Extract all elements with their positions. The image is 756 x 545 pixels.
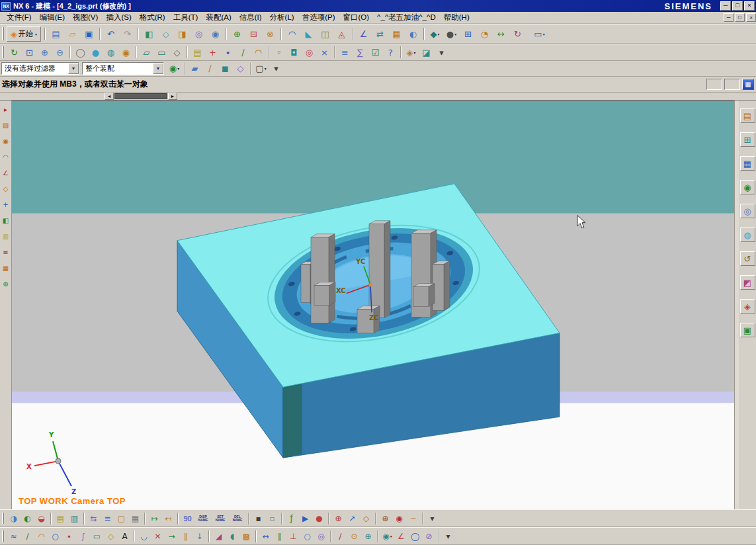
snap-mid-icon[interactable]: ◘ (287, 46, 301, 60)
unlock-icon[interactable]: ▫ (266, 512, 278, 524)
child-minimize-button[interactable]: ─ (724, 13, 734, 22)
select-tool-icon[interactable]: ▸ (1, 105, 11, 114)
graphics-canvas[interactable]: XC YC ZC X Y Z (12, 101, 734, 509)
wcs-mini-icon[interactable]: ⊕ (1, 279, 11, 289)
bolt-icon[interactable]: ◉ (393, 512, 405, 524)
minimize-button[interactable]: ─ (720, 1, 731, 11)
post-front[interactable] (301, 265, 310, 303)
macro-play-icon[interactable]: ▶ (299, 512, 312, 524)
layer-settings-icon[interactable]: ▤ (54, 512, 67, 524)
edge-blend-icon[interactable]: ◠ (284, 26, 300, 42)
clip-section-icon[interactable]: ◪ (419, 46, 433, 60)
shaded-edges-icon[interactable]: ◍ (104, 46, 118, 60)
trim-curve-icon[interactable]: ✕ (151, 530, 164, 542)
pan-icon[interactable]: ↔ (493, 26, 509, 42)
object-info-icon[interactable]: ≡ (338, 46, 352, 60)
snap-end-icon[interactable]: ◦ (272, 46, 286, 60)
part-navigator-icon[interactable]: ▦ (740, 156, 755, 171)
dimension-mini-icon[interactable]: ∠ (1, 168, 11, 178)
undo-icon[interactable]: ↶ (103, 26, 118, 42)
front-view-icon[interactable]: ▱ (140, 46, 153, 60)
measure-icon[interactable]: ∠ (356, 26, 371, 42)
plane-icon[interactable]: ◇ (360, 512, 372, 524)
redo-icon[interactable]: ↷ (120, 26, 135, 42)
expression-icon[interactable]: ƒ (285, 512, 298, 524)
open-icon[interactable]: ▱ (65, 26, 80, 42)
menu-analysis[interactable]: 分析(L) (266, 12, 298, 23)
block-corner-face[interactable] (283, 384, 302, 458)
display-name-icon[interactable]: DISP NAME (195, 512, 211, 524)
menu-assemblies[interactable]: 装配(A) (202, 12, 235, 23)
selection-scope-combo[interactable]: 整个装配 ▼ (82, 62, 164, 75)
menu-insert[interactable]: 插入(S) (102, 12, 135, 23)
dimension-icon[interactable]: ↔ (259, 530, 272, 542)
post-front[interactable] (413, 287, 429, 307)
extend-icon[interactable]: → (165, 530, 178, 542)
post-front[interactable] (314, 286, 329, 306)
preferences-check-icon[interactable]: ☑ (368, 46, 382, 60)
select-component-icon[interactable]: ◇ (233, 62, 247, 75)
toolbar-grip[interactable] (2, 530, 4, 542)
layer-icon[interactable]: ▤ (190, 46, 204, 60)
wcs-origin[interactable] (368, 283, 372, 286)
lock-icon[interactable]: ▪ (252, 512, 265, 524)
menu-file[interactable]: 文件(F) (3, 12, 36, 23)
angle-snap-icon[interactable]: ∠ (395, 530, 407, 542)
vector-icon[interactable]: ↗ (346, 512, 358, 524)
snap-point-toggle-icon[interactable]: ◉▾ (167, 62, 181, 75)
datum-csys-icon[interactable]: ⊕ (332, 512, 345, 524)
unite-icon[interactable]: ⊕ (230, 26, 245, 42)
scroll-right-icon[interactable]: ► (168, 93, 177, 100)
macro-record-icon[interactable]: ● (313, 512, 325, 524)
reuse-library-icon[interactable]: ◉ (740, 180, 755, 194)
fit-icon[interactable]: ⊡ (22, 46, 36, 60)
spring-icon[interactable]: ∽ (407, 512, 419, 524)
roles-icon[interactable]: ◈ (740, 299, 755, 314)
visibility-mini-icon[interactable]: ◉ (1, 136, 11, 146)
new-file-icon[interactable]: ▤ (48, 26, 63, 42)
top-view-icon[interactable]: ▭ (155, 46, 169, 60)
rectangle-curve-icon[interactable]: ▭ (91, 530, 103, 542)
materials-icon[interactable]: ◩ (740, 275, 755, 290)
grid-mini-icon[interactable]: ▦ (1, 263, 11, 273)
offset-curve-icon[interactable]: ∥ (179, 530, 192, 542)
import-icon[interactable]: ↤ (162, 512, 175, 524)
trim-body-icon[interactable]: ◬ (334, 26, 349, 42)
menu-view[interactable]: 视图(V) (69, 12, 102, 23)
line-curve-icon[interactable]: ∕ (21, 530, 34, 542)
toolbar-grip[interactable] (2, 513, 4, 524)
studio-render-icon[interactable]: ◉ (119, 46, 133, 60)
start-menu-button[interactable]: ◈ 开始 ▾ (7, 26, 41, 42)
spline-icon[interactable]: ∫ (77, 530, 89, 542)
show-hide-icon[interactable]: ◐ (21, 512, 34, 524)
assembly-navigator-icon[interactable]: ▤ (740, 108, 755, 123)
circle-curve-icon[interactable]: ○ (49, 530, 62, 542)
child-restore-button[interactable]: □ (735, 13, 745, 22)
transform-icon[interactable]: ⇆ (87, 512, 100, 524)
point-icon[interactable]: ∙ (221, 46, 235, 60)
quick-trim-icon[interactable]: ◢ (212, 530, 225, 542)
graphics-window[interactable]: XC YC ZC X Y Z TOP WOR (12, 101, 734, 509)
orient-view-icon[interactable]: ◆▾ (427, 26, 442, 42)
plane-mini-icon[interactable]: ◇ (1, 184, 11, 194)
circle-snap-icon[interactable]: ◯ (409, 530, 421, 542)
system-scenes-icon[interactable]: ▣ (740, 323, 755, 337)
menu-window[interactable]: 窗口(O) (339, 12, 373, 23)
pattern-curve-icon[interactable]: ▩ (240, 530, 253, 542)
immediate-hide-icon[interactable]: ◒ (35, 512, 48, 524)
wireframe-icon[interactable]: ◯ (73, 46, 87, 60)
close-button[interactable]: × (744, 1, 755, 11)
coincident-constraint-icon[interactable]: ◎ (315, 530, 327, 542)
extrude-icon[interactable]: ◨ (175, 26, 190, 42)
parallel-constraint-icon[interactable]: ∥ (273, 530, 286, 542)
hole-icon[interactable]: ◉ (208, 26, 223, 42)
intersect-icon[interactable]: ⊗ (263, 26, 278, 42)
menu-custom[interactable]: ^_^老五加油^_^D (373, 12, 440, 23)
help-icon[interactable]: ? (384, 46, 398, 60)
role-icon[interactable]: ◈▾ (404, 46, 418, 60)
web-browser-icon[interactable]: ◍ (740, 228, 755, 242)
save-icon[interactable]: ▣ (81, 26, 97, 42)
rotate-view-icon[interactable]: ↻ (510, 26, 525, 42)
restore-button[interactable]: □ (732, 1, 743, 11)
polygon-icon[interactable]: ◇ (105, 530, 117, 542)
